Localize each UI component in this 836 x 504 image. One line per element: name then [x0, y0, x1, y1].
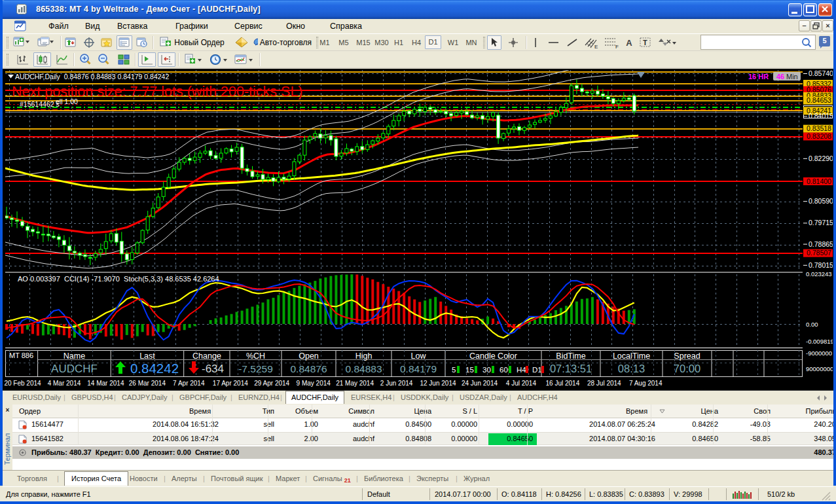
svg-text:0.84883: 0.84883: [345, 363, 382, 374]
svg-text:E: E: [594, 44, 598, 49]
svg-text:Change: Change: [192, 351, 221, 361]
svg-text:AO 0.003397 CCI(14) -71.9070: AO 0.003397 CCI(14) -71.9070 Stoch(5,3,3…: [18, 275, 219, 283]
svg-text:5: 5: [452, 366, 456, 374]
svg-text:-0.009819: -0.009819: [806, 338, 833, 345]
svg-text:9 May 2014: 9 May 2014: [297, 380, 331, 387]
svg-text:Low: Low: [411, 351, 427, 361]
svg-text:-9000000: -9000000: [806, 350, 832, 357]
svg-text:0.78015: 0.78015: [809, 261, 833, 269]
svg-text:7 Apr 2014: 7 Apr 2014: [173, 380, 205, 387]
svg-text:46: 46: [776, 73, 784, 81]
svg-text:0.78865: 0.78865: [809, 240, 833, 248]
svg-text:14 Mar 2014: 14 Mar 2014: [87, 380, 124, 387]
svg-text:70:00: 70:00: [674, 363, 700, 374]
svg-text:Open: Open: [299, 351, 319, 361]
svg-text:Last: Last: [139, 351, 155, 361]
svg-text:AUDCHF,Daily 0.84876 0.84883: AUDCHF,Daily 0.84876 0.84883 0.84179 0.8…: [15, 73, 169, 81]
svg-text:90000000: 90000000: [806, 365, 833, 372]
svg-text:4 Jul 2014: 4 Jul 2014: [506, 380, 537, 387]
svg-text:0.84242: 0.84242: [130, 361, 179, 376]
svg-text:12 Jun 2014: 12 Jun 2014: [420, 380, 456, 387]
svg-text:0.82290: 0.82290: [809, 154, 833, 162]
svg-text:#15614462 s: #15614462 s: [20, 100, 60, 108]
svg-text:29 Apr 2014: 29 Apr 2014: [254, 380, 289, 387]
svg-text:Name: Name: [64, 351, 85, 361]
svg-text:17 Apr 2014: 17 Apr 2014: [213, 380, 248, 387]
svg-text:T: T: [643, 39, 647, 46]
svg-text:60: 60: [500, 366, 508, 374]
svg-text:07:13:51: 07:13:51: [550, 363, 592, 374]
svg-text:Candle Color: Candle Color: [469, 351, 517, 361]
svg-text:21 May 2014: 21 May 2014: [336, 380, 374, 387]
svg-text:16 Jul 2014: 16 Jul 2014: [546, 380, 580, 387]
svg-text:20 Feb 2014: 20 Feb 2014: [4, 380, 41, 387]
svg-text:Spread: Spread: [674, 351, 700, 361]
svg-text:High: High: [355, 351, 373, 361]
svg-text:AUDCHF: AUDCHF: [51, 363, 98, 375]
svg-text:0.84179: 0.84179: [400, 363, 437, 374]
svg-text:MT 886: MT 886: [9, 351, 33, 359]
svg-text:7 Aug 2014: 7 Aug 2014: [629, 380, 663, 387]
svg-text:0.84653: 0.84653: [807, 96, 831, 104]
svg-text:24 Jun 2014: 24 Jun 2014: [462, 380, 498, 387]
svg-text:28 Jul 2014: 28 Jul 2014: [587, 380, 621, 387]
svg-text:0.79715: 0.79715: [809, 219, 833, 226]
svg-text:D1: D1: [532, 366, 542, 374]
svg-text:H4: H4: [517, 366, 526, 374]
svg-text:08:13: 08:13: [618, 363, 645, 374]
svg-text:-634: -634: [202, 363, 224, 375]
svg-text:-7.5259: -7.5259: [238, 363, 273, 374]
svg-text:%CH: %CH: [246, 351, 265, 361]
svg-text:0.85740: 0.85740: [809, 69, 833, 77]
svg-text:0.84015: 0.84015: [809, 112, 833, 120]
svg-text:LocalTime: LocalTime: [613, 351, 650, 361]
svg-text:2 Jun 2014: 2 Jun 2014: [380, 380, 413, 387]
svg-text:0.81400: 0.81400: [807, 177, 831, 185]
svg-text:15: 15: [465, 366, 474, 374]
svg-text:0.83518: 0.83518: [807, 124, 831, 132]
svg-text:16 HR: 16 HR: [748, 73, 769, 81]
svg-text:30: 30: [482, 366, 491, 374]
svg-text:0.00: 0.00: [806, 321, 818, 328]
svg-text:0.80590: 0.80590: [809, 197, 833, 205]
svg-text:F: F: [615, 44, 619, 49]
svg-text:0.023243: 0.023243: [806, 270, 832, 278]
svg-text:0.83208: 0.83208: [807, 132, 831, 140]
svg-text:BidTime: BidTime: [556, 351, 585, 361]
svg-text:0.78507: 0.78507: [807, 249, 831, 257]
svg-text:Min: Min: [786, 73, 798, 81]
svg-text:26 Mar 2014: 26 Mar 2014: [129, 380, 166, 387]
svg-text:0.84876: 0.84876: [290, 363, 327, 374]
svg-text:ell 1.00: ell 1.00: [56, 98, 78, 105]
svg-text:4 Mar 2014: 4 Mar 2014: [48, 380, 81, 387]
